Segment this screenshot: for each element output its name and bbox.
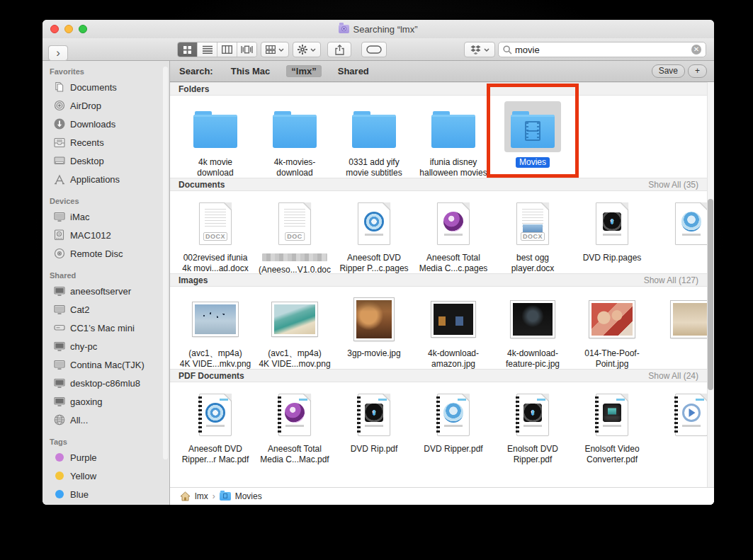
show-all-link[interactable]: Show All (35) [648, 180, 698, 190]
file-item-4k-movie-download[interactable]: 4k moviedownload [179, 101, 252, 178]
file-label: 4k-download-amazon.jpg [417, 348, 490, 370]
sidebar-item-contina-mac-tjk-[interactable]: Contina Mac(TJK) [43, 355, 169, 374]
folder-icon [431, 115, 475, 148]
pdf-disc-black-icon [358, 394, 390, 436]
file-item-aneeso-v1-0-doc[interactable]: DOC(Aneeso...V1.0.doc [258, 197, 332, 273]
globe-icon [53, 414, 65, 426]
file-item-4k-download-amazon-jpg[interactable]: 4k-download-amazon.jpg [417, 292, 490, 369]
file-item-3gp-movie-jpg[interactable]: 3gp-movie.jpg [337, 292, 411, 369]
file-item-partial[interactable] [655, 388, 714, 464]
display-dark-icon [53, 341, 65, 353]
scope-shared[interactable]: Shared [333, 65, 374, 77]
word-doc-icon: DOCX [199, 202, 232, 245]
file-item-4k-movies-download[interactable]: 4k-movies-download [258, 101, 332, 178]
internal-drive-icon [53, 229, 65, 241]
zoom-button[interactable] [79, 25, 87, 33]
pages-pin-blue-icon [675, 202, 708, 245]
sidebar-item-cat2[interactable]: Cat2 [43, 300, 169, 319]
sidebar-item-imac[interactable]: iMac [43, 207, 169, 226]
dropbox-button[interactable] [464, 42, 495, 57]
sidebar-item-documents[interactable]: Documents [43, 78, 169, 96]
sidebar-item-label: CC1’s Mac mini [70, 323, 135, 333]
recents-icon [53, 137, 65, 149]
sidebar-item-aneesoftserver[interactable]: aneesoftserver [43, 282, 169, 300]
minimize-button[interactable] [64, 25, 73, 33]
group-by-button[interactable] [261, 42, 289, 57]
file-item-partial[interactable] [655, 197, 714, 273]
sidebar-item-all-[interactable]: All... [43, 411, 169, 429]
file-item-ifunia-disney-halloween-movies[interactable]: ifunia disneyhalloween movies [417, 101, 490, 178]
column-view-button[interactable] [217, 42, 237, 57]
sidebar-item-gaoxing[interactable]: gaoxing [43, 392, 169, 411]
sidebar-item-recents[interactable]: Recents [43, 133, 169, 152]
path-bar: lmx › Movies [170, 487, 714, 505]
clear-search-icon[interactable]: ✕ [691, 45, 701, 55]
action-gear-button[interactable] [293, 42, 321, 57]
optical-disc-icon [53, 248, 65, 260]
sidebar-item-airdrop[interactable]: AirDrop [43, 96, 169, 115]
file-item-aneesoft-total-media-c-c-pages[interactable]: Aneesoft TotalMedia C...c.pages [417, 197, 490, 273]
file-item-0331-add-yify-movie-subtitles[interactable]: 0331 add yifymovie subtitles [337, 101, 411, 178]
sidebar-item-yellow[interactable]: Yellow [43, 467, 169, 485]
title-bar[interactable]: Searching “lmx” [43, 20, 714, 38]
file-item-avc1-mp4a-4k-vide-mov-png[interactable]: (avc1、mp4a)4K VIDE...mov.png [258, 292, 332, 369]
show-all-link[interactable]: Show All (127) [644, 275, 698, 285]
file-item-dvd-ripper-pdf[interactable]: DVD Ripper.pdf [417, 388, 490, 464]
file-item-partial[interactable] [655, 292, 714, 369]
toolbar: ‹ › [43, 38, 714, 61]
finder-window: Searching “lmx” ‹ › [43, 20, 714, 505]
file-item-002revised-ifunia-4k-movi-ad-docx[interactable]: DOCX002revised ifunia4k movi...ad.docx [179, 197, 252, 273]
path-crumb-lmx[interactable]: lmx [195, 491, 208, 501]
sidebar-item-label: desktop-c86mlu8 [70, 378, 140, 389]
pages-disc-black-icon [596, 202, 628, 245]
coverflow-view-button[interactable] [237, 42, 256, 57]
file-item-aneesoft-dvd-ripper-r-mac-pdf[interactable]: Aneesoft DVDRipper...r Mac.pdf [179, 388, 252, 464]
sidebar-item-blue[interactable]: Blue [43, 485, 169, 503]
file-item-014-the-poof-point-jpg[interactable]: 014-The-Poof-Point.jpg [575, 292, 649, 369]
file-item-best-ogg-player-docx[interactable]: DOCXbest oggplayer.docx [496, 197, 570, 273]
photo-sky-icon [193, 302, 238, 336]
scrollbar-thumb[interactable] [708, 199, 713, 390]
file-item-avc1-mp4a-4k-vide-mkv-png[interactable]: (avc1、mp4a)4K VIDE...mkv.png [179, 292, 252, 369]
scope-this-mac[interactable]: This Mac [226, 65, 276, 77]
section-header-pdf-documents: PDF DocumentsShow All (24) [170, 369, 714, 382]
path-crumb-movies[interactable]: Movies [235, 491, 262, 501]
file-item-enolsoft-dvd-ripper-pdf[interactable]: Enolsoft DVDRipper.pdf [496, 388, 570, 464]
view-mode-segmented-control [177, 42, 257, 57]
share-button[interactable] [327, 42, 351, 57]
file-item-aneesoft-total-media-c-mac-pdf[interactable]: Aneesoft TotalMedia C...Mac.pdf [258, 388, 332, 464]
file-item-4k-download-feature-pic-jpg[interactable]: 4k-download-feature-pic.jpg [496, 292, 570, 369]
scope-lmx-selected[interactable]: “lmx” [286, 65, 321, 77]
sidebar-scrollbar-thumb[interactable] [163, 67, 168, 459]
list-view-button[interactable] [198, 42, 217, 57]
add-criteria-button[interactable]: + [688, 64, 707, 78]
icon-view-button[interactable] [178, 42, 198, 57]
show-all-link[interactable]: Show All (24) [648, 371, 698, 381]
search-input[interactable] [515, 45, 689, 55]
file-item-enolsoft-video-converter-pdf[interactable]: Enolsoft VideoConverter.pdf [575, 388, 649, 464]
save-search-button[interactable]: Save [652, 64, 685, 78]
gear-icon [298, 45, 307, 55]
forward-button[interactable]: › [48, 45, 68, 61]
file-item-dvd-rip-pdf[interactable]: DVD Rip.pdf [337, 388, 411, 464]
scope-label: Search: [179, 66, 213, 76]
tag-button[interactable] [361, 42, 387, 57]
close-button[interactable] [50, 25, 59, 33]
sidebar-item-downloads[interactable]: Downloads [43, 115, 169, 133]
file-item-aneesoft-dvd-ripper-p-c-pages[interactable]: Aneesoft DVDRipper P...c.pages [337, 197, 411, 273]
sidebar-item-purple[interactable]: Purple [43, 448, 169, 467]
sidebar-item-label: Documents [70, 82, 117, 93]
file-label: 4k-movies-download [258, 157, 332, 178]
results-scrollbar[interactable] [707, 82, 714, 487]
sidebar-item-remote-disc[interactable]: Remote Disc [43, 244, 169, 263]
display-dark-icon [53, 285, 65, 297]
sidebar-item-mac1012[interactable]: MAC1012 [43, 226, 169, 244]
sidebar-item-cc1-s-mac-mini[interactable]: CC1’s Mac mini [43, 319, 169, 337]
file-label: DVD Rip.pages [575, 253, 649, 263]
sidebar-item-applications[interactable]: Applications [43, 170, 169, 188]
sidebar-item-chy-pc[interactable]: chy-pc [43, 337, 169, 355]
sidebar-item-desktop[interactable]: Desktop [43, 152, 169, 170]
file-item-dvd-rip-pages[interactable]: DVD Rip.pages [575, 197, 649, 273]
sidebar-item-desktop-c86mlu8[interactable]: desktop-c86mlu8 [43, 374, 169, 392]
search-field[interactable]: ✕ [498, 42, 706, 57]
